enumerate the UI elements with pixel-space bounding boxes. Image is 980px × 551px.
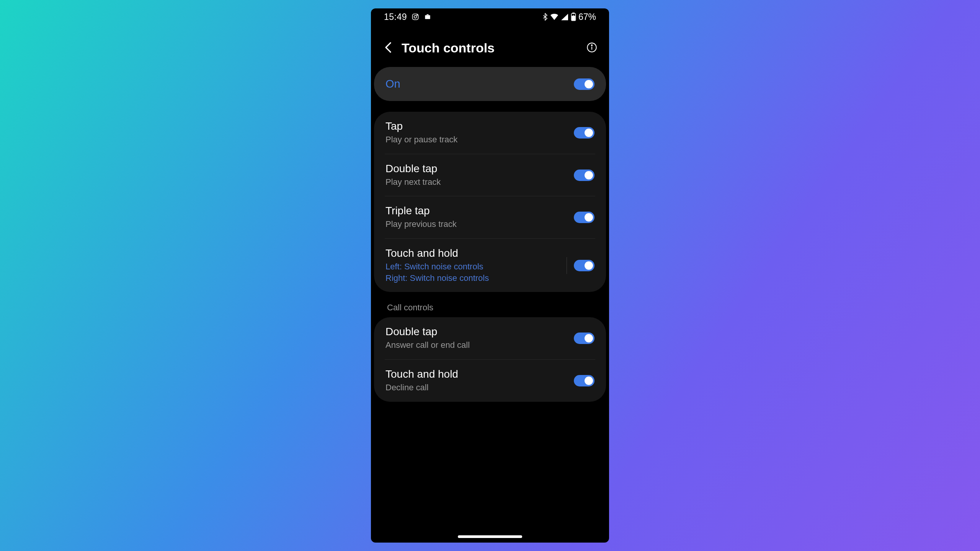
chevron-left-icon (385, 42, 392, 55)
svg-point-8 (591, 45, 592, 46)
call-title: Double tap (385, 326, 574, 338)
gesture-toggle-double-tap[interactable] (574, 170, 595, 181)
master-toggle-label: On (385, 78, 400, 90)
gesture-title: Double tap (385, 163, 574, 175)
page-title: Touch controls (402, 41, 578, 55)
gesture-sub: Play previous track (385, 218, 574, 230)
gesture-nav-bar[interactable] (371, 535, 609, 543)
gesture-title: Tap (385, 120, 574, 132)
svg-point-2 (417, 15, 418, 16)
app-bar: Touch controls (371, 25, 609, 67)
gesture-toggle-touch-hold[interactable] (574, 260, 595, 271)
phone-frame: 15:49 67% (371, 8, 609, 543)
nav-pill (458, 535, 522, 538)
info-icon (586, 42, 597, 54)
gesture-title: Touch and hold (385, 247, 567, 259)
section-header-call: Call controls (374, 303, 606, 317)
call-toggle-touch-hold[interactable] (574, 375, 595, 386)
call-title: Touch and hold (385, 368, 574, 380)
wifi-icon (550, 13, 559, 20)
master-toggle-card[interactable]: On (374, 67, 606, 101)
svg-point-1 (414, 16, 417, 18)
gesture-sub: Play or pause track (385, 134, 574, 145)
gesture-row-touch-hold[interactable]: Touch and hold Left: Switch noise contro… (385, 238, 595, 292)
battery-icon (571, 13, 576, 21)
gesture-title: Triple tap (385, 205, 574, 217)
svg-rect-4 (573, 13, 574, 13)
vertical-separator (567, 257, 567, 274)
gestures-card: Tap Play or pause track Double tap Play … (374, 112, 606, 292)
instagram-icon (412, 13, 419, 21)
call-toggle-double-tap[interactable] (574, 333, 595, 344)
gesture-sub-left[interactable]: Left: Switch noise controls (385, 261, 567, 272)
info-button[interactable] (586, 42, 598, 54)
gesture-sub-right[interactable]: Right: Switch noise controls (385, 272, 567, 284)
status-time: 15:49 (384, 12, 407, 22)
gesture-sub: Play next track (385, 176, 574, 188)
call-row-double-tap[interactable]: Double tap Answer call or end call (374, 317, 606, 359)
call-row-touch-hold[interactable]: Touch and hold Decline call (385, 359, 595, 402)
master-toggle[interactable] (574, 78, 595, 90)
call-sub: Answer call or end call (385, 339, 574, 351)
gesture-row-double-tap[interactable]: Double tap Play next track (385, 154, 595, 196)
call-sub: Decline call (385, 382, 574, 393)
gesture-toggle-triple-tap[interactable] (574, 212, 595, 223)
gesture-toggle-tap[interactable] (574, 127, 595, 139)
call-controls-card: Double tap Answer call or end call Touch… (374, 317, 606, 401)
bluetooth-icon (542, 13, 548, 21)
signal-icon (561, 13, 568, 20)
battery-percentage: 67% (578, 12, 596, 22)
briefcase-icon (424, 13, 431, 21)
gesture-row-tap[interactable]: Tap Play or pause track (374, 112, 606, 154)
gesture-row-triple-tap[interactable]: Triple tap Play previous track (385, 196, 595, 238)
back-button[interactable] (382, 42, 394, 54)
status-bar: 15:49 67% (371, 8, 609, 25)
